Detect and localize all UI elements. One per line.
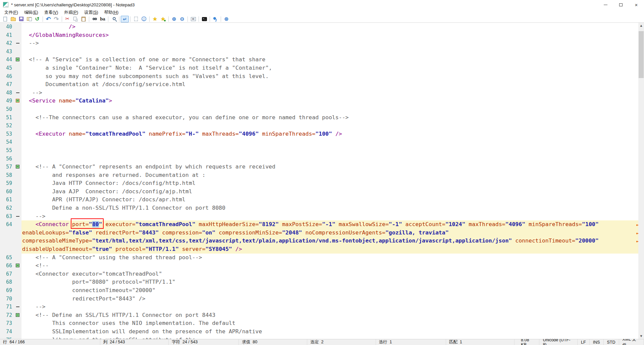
code-text[interactable]: </GlobalNamingResources> (21, 31, 644, 40)
undo-icon[interactable]: ↶ (44, 16, 52, 22)
code-text[interactable]: This connector uses the NIO implementati… (21, 319, 644, 328)
status-encoding[interactable]: Unicode (UTF-8) (539, 339, 578, 345)
zoom-view-icon[interactable] (110, 16, 118, 22)
status-insert-mode[interactable]: INS (590, 339, 604, 345)
code-text[interactable]: <!-- (21, 262, 644, 270)
fold-margin (15, 39, 21, 48)
code-text[interactable]: <Service name="Catalina"> (21, 97, 644, 105)
scroll-down-button[interactable]: ▼ (638, 333, 644, 339)
code-text[interactable]: <!-- Define an SSL/TLS HTTP/1.1 Connecto… (21, 311, 644, 320)
code-text[interactable]: connectionTimeout="20000" (21, 286, 644, 295)
copy-range-icon[interactable] (132, 16, 140, 22)
code-text[interactable]: --> (21, 39, 644, 48)
favorites-icon[interactable]: ★ (151, 16, 159, 22)
code-text[interactable]: Documentation at /docs/config/service.ht… (21, 80, 644, 89)
menu-item-settings[interactable]: 设置(S) (81, 9, 101, 16)
open-file-icon[interactable] (9, 16, 17, 22)
code-segment: acceptCount= (406, 221, 445, 227)
zoom-in-icon[interactable]: ⊕ (170, 16, 178, 22)
fold-margin (15, 278, 21, 286)
code-text[interactable]: <Connector executor="tomcatThreadPool" (21, 270, 644, 278)
code-text[interactable]: <!--The connectors can use a shared exec… (21, 114, 644, 122)
code-editor[interactable]: 40 />41 </GlobalNamingResources>42 -->43… (0, 23, 644, 339)
copy-icon[interactable] (71, 16, 79, 22)
menu-item-file[interactable]: 文件(F) (1, 9, 21, 16)
find-icon[interactable] (91, 16, 99, 22)
code-text[interactable]: <Executor name="tomcatThreadPool" namePr… (21, 130, 644, 138)
pin-icon[interactable] (211, 16, 219, 22)
code-text[interactable]: SSLImplementation will depend on the pre… (21, 328, 644, 336)
code-text[interactable]: /> (21, 23, 644, 31)
code-text[interactable]: library and the useOpenSSL attribute of … (21, 336, 644, 339)
encoding-icon[interactable]: ☺ (140, 16, 148, 22)
zoom-out-icon[interactable]: ⊖ (178, 16, 186, 22)
paste-icon[interactable] (79, 16, 88, 22)
code-text[interactable]: compressableMimeType="text/html,text/xml… (21, 237, 644, 245)
add-favorite-icon[interactable]: ★ (159, 16, 167, 22)
code-text[interactable]: <!-- A "Connector" using the shared thre… (21, 254, 644, 262)
code-text[interactable]: so you may not define subcomponents such… (21, 72, 644, 81)
save-file-icon[interactable] (17, 16, 25, 22)
console-icon[interactable]: >_ (200, 16, 208, 22)
code-text[interactable]: <Connector port="80" executor="tomcatThr… (21, 220, 644, 229)
fold-marker[interactable]: − (16, 313, 19, 317)
code-text[interactable] (21, 105, 644, 114)
word-wrap-icon[interactable]: ↵ (121, 16, 129, 22)
menu-item-help[interactable]: 帮助(H) (101, 9, 121, 16)
fold-marker[interactable]: − (16, 99, 19, 102)
code-text[interactable]: enableLookups="false" redirectPort="8443… (21, 229, 644, 237)
save-as-icon[interactable] (25, 16, 33, 22)
maximize-button[interactable] (613, 0, 629, 9)
code-text[interactable] (21, 155, 644, 163)
status-file-type[interactable]: XML 文件 (619, 339, 644, 345)
status-eol-mode[interactable]: LF (578, 339, 590, 345)
code-text[interactable]: --> (21, 303, 644, 311)
code-segment (465, 221, 469, 227)
scrollbar-thumb[interactable] (639, 31, 644, 78)
recent-files-icon[interactable]: ↺ (33, 16, 41, 22)
new-file-icon[interactable] (1, 16, 9, 22)
fold-marker[interactable]: − (16, 58, 19, 61)
code-text[interactable]: Define a non-SSL/TLS HTTP/1.1 Connector … (21, 204, 644, 212)
close-button[interactable]: × (629, 0, 644, 9)
cut-icon[interactable]: ✂ (63, 16, 71, 22)
minimize-button[interactable] (598, 0, 613, 9)
replace-icon[interactable]: ba (99, 16, 107, 22)
code-text[interactable]: redirectPort="8443" /> (21, 295, 644, 303)
code-text[interactable] (21, 138, 644, 146)
code-segment: maxPostSize= (282, 221, 322, 227)
exit-icon[interactable]: ⊗ (222, 16, 230, 22)
redo-icon[interactable]: ↷ (52, 16, 60, 22)
code-segment: port="8080" protocol="HTTP/1.1" (22, 279, 175, 285)
line-number: 58 (0, 171, 15, 180)
code-row: 53 <Executor name="tomcatThreadPool" nam… (0, 130, 644, 138)
scroll-up-button[interactable]: ▲ (638, 23, 644, 28)
code-text[interactable]: --> (21, 212, 644, 221)
code-text[interactable]: Java HTTP Connector: /docs/config/http.h… (21, 179, 644, 188)
code-text[interactable]: disableUploadTimeout="true" protocol="HT… (21, 245, 644, 254)
menu-item-view[interactable]: 查看(V) (41, 9, 61, 16)
code-text[interactable]: <!-- A "Service" is a collection of one … (21, 56, 644, 64)
code-text[interactable]: and responses are returned. Documentatio… (21, 171, 644, 180)
toolbar-group (211, 16, 219, 22)
code-segment: disableUploadTimeout= (22, 246, 92, 252)
code-text[interactable]: Java AJP Connector: /docs/config/ajp.htm… (21, 188, 644, 196)
line-number: 40 (0, 23, 15, 31)
fold-marker[interactable]: − (16, 165, 19, 168)
code-text[interactable] (21, 48, 644, 56)
menu-item-appearance[interactable]: 外观(P) (61, 9, 81, 16)
scheme-config-icon[interactable]: ≡ (189, 16, 197, 22)
code-text[interactable]: a single "Container" Note: A "Service" i… (21, 64, 644, 72)
fold-marker[interactable]: − (16, 264, 19, 267)
code-text[interactable]: --> (21, 89, 644, 97)
code-text[interactable] (21, 146, 644, 155)
menu-item-edit[interactable]: 编辑(E) (21, 9, 41, 16)
code-text[interactable]: APR (HTTP/AJP) Connector: /docs/apr.html (21, 196, 644, 204)
code-text[interactable]: port="8080" protocol="HTTP/1.1" (21, 278, 644, 286)
code-text[interactable]: <!-- A "Connector" represents an endpoin… (21, 163, 644, 171)
status-std-mode[interactable]: STD (604, 339, 619, 345)
vertical-scrollbar[interactable]: ▲ ▼ (638, 23, 644, 339)
code-segment: "8192" (259, 221, 279, 227)
code-text[interactable] (21, 122, 644, 130)
status-file-size[interactable]: 8.08 KB (518, 339, 539, 345)
